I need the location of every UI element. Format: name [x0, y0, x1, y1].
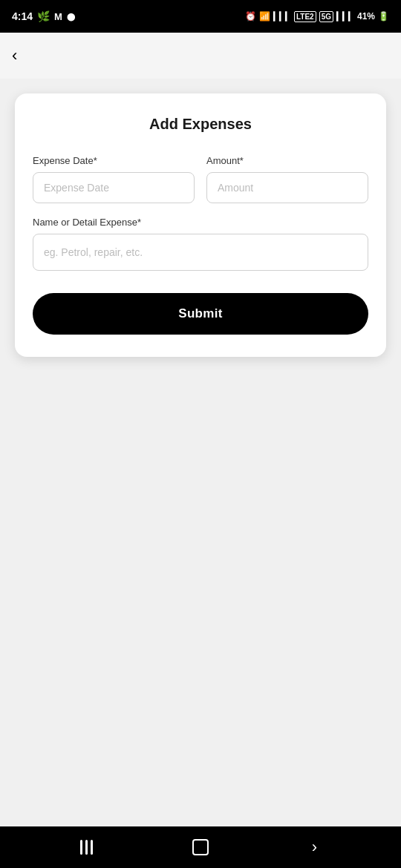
- submit-button[interactable]: Submit: [33, 293, 368, 335]
- add-expenses-card: Add Expenses Expense Date* Amount* Name …: [15, 93, 386, 357]
- battery-icon: 🔋: [378, 11, 389, 22]
- time: 4:14: [12, 10, 33, 22]
- status-left: 4:14 🌿 M ⬤: [12, 10, 75, 22]
- lte-badge: LTE2: [294, 11, 316, 22]
- card-title: Add Expenses: [33, 116, 368, 133]
- back-nav-icon: ›: [312, 838, 317, 857]
- expense-date-group: Expense Date*: [33, 155, 195, 203]
- signal-bars: ▎▎▎: [273, 12, 291, 22]
- amount-label: Amount*: [206, 155, 368, 166]
- amount-group: Amount*: [206, 155, 368, 203]
- wifi-icon: 📶: [259, 11, 270, 22]
- recent-apps-button[interactable]: [65, 832, 109, 862]
- status-bar: 4:14 🌿 M ⬤ ⏰ 📶 ▎▎▎ LTE2 5G ▎▎▎ 41% 🔋: [0, 0, 401, 33]
- battery-percent: 41%: [357, 11, 375, 22]
- gmail-icon: M: [54, 11, 62, 22]
- back-button[interactable]: ‹: [12, 43, 23, 68]
- alarm-icon: ⏰: [245, 11, 256, 22]
- home-button[interactable]: [178, 832, 223, 862]
- back-nav-button[interactable]: ›: [292, 832, 336, 862]
- bottom-nav: ›: [0, 826, 401, 868]
- 5g-badge: 5G: [319, 11, 333, 22]
- home-icon: [192, 839, 209, 855]
- signal-bars2: ▎▎▎: [336, 12, 354, 22]
- amount-input[interactable]: [206, 172, 368, 203]
- back-area: ‹: [0, 33, 401, 79]
- date-amount-row: Expense Date* Amount*: [33, 155, 368, 203]
- name-detail-label: Name or Detail Expense*: [33, 217, 368, 228]
- main-content: Add Expenses Expense Date* Amount* Name …: [0, 79, 401, 868]
- dot-icon: ⬤: [67, 13, 75, 21]
- expense-date-input[interactable]: [33, 172, 195, 203]
- recent-apps-icon: [80, 840, 93, 855]
- leaf-icon: 🌿: [37, 10, 50, 22]
- name-detail-group: Name or Detail Expense*: [33, 217, 368, 271]
- name-detail-input[interactable]: [33, 234, 368, 271]
- expense-date-label: Expense Date*: [33, 155, 195, 166]
- status-right: ⏰ 📶 ▎▎▎ LTE2 5G ▎▎▎ 41% 🔋: [245, 11, 389, 22]
